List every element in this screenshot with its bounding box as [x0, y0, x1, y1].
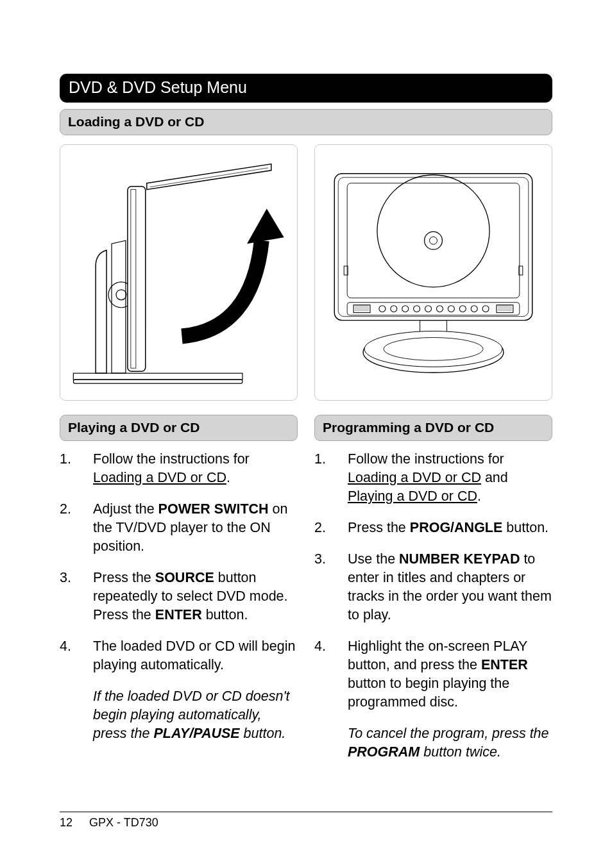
step-text: Press the SOURCE button repeatedly to se… [93, 569, 298, 624]
svg-point-3 [116, 290, 126, 300]
text-run: Follow the instructions for [93, 451, 250, 467]
programming-column: Programming a DVD or CD 1. Follow the in… [314, 415, 552, 774]
content-columns: Playing a DVD or CD 1. Follow the instru… [60, 415, 552, 774]
playing-column: Playing a DVD or CD 1. Follow the instru… [60, 415, 298, 774]
model-label: GPX - TD730 [89, 816, 158, 830]
step-text: Use the NUMBER KEYPAD to enter in titles… [348, 550, 552, 624]
tv-front-disc-icon [315, 145, 552, 400]
step-number: 3. [314, 550, 348, 624]
bold-term: SOURCE [155, 570, 214, 585]
svg-line-6 [150, 168, 268, 187]
text-run: button to begin playing the programmed d… [348, 676, 509, 710]
svg-point-24 [436, 306, 443, 312]
programming-heading: Programming a DVD or CD [314, 415, 552, 441]
text-run: To cancel the program, press the [348, 726, 549, 741]
bold-term: POWER SWITCH [158, 501, 269, 517]
tv-side-open-icon [60, 145, 297, 400]
text-block: Highlight the on-screen PLAY button, and… [348, 637, 552, 712]
svg-point-23 [425, 306, 432, 312]
step-text: Follow the instructions for Loading a DV… [348, 450, 552, 506]
svg-rect-16 [347, 303, 520, 315]
text-run: Press the [93, 570, 155, 585]
text-run: button twice. [420, 744, 501, 760]
text-run: button. [502, 520, 548, 535]
list-item: 1. Follow the instructions for Loading a… [60, 450, 298, 487]
svg-point-13 [430, 237, 438, 244]
svg-rect-8 [334, 174, 532, 321]
text-run: Adjust the [93, 501, 158, 517]
illustration-front-view [314, 144, 552, 401]
illustration-row [60, 144, 552, 401]
text-run: The loaded DVD or CD will begin playing … [93, 637, 298, 674]
svg-point-12 [425, 231, 443, 249]
svg-point-26 [459, 306, 466, 312]
link-loading: Loading a DVD or CD [348, 470, 481, 485]
step-number: 2. [60, 500, 93, 556]
bold-term: ENTER [155, 607, 202, 622]
bold-term: ENTER [481, 657, 528, 672]
svg-rect-18 [497, 305, 513, 313]
link-loading: Loading a DVD or CD [93, 470, 226, 485]
text-run: Use the [348, 551, 399, 567]
bold-term: NUMBER KEYPAD [399, 551, 520, 567]
list-item: 2. Press the PROG/ANGLE button. [314, 519, 552, 537]
step-text: The loaded DVD or CD will begin playing … [93, 637, 298, 743]
text-run: button. [202, 607, 248, 622]
bold-term: PROGRAM [348, 744, 420, 760]
loading-heading: Loading a DVD or CD [60, 109, 552, 135]
svg-marker-7 [247, 209, 284, 244]
text-run: Follow the instructions for [348, 451, 504, 467]
step-text: Press the PROG/ANGLE button. [348, 519, 552, 537]
step-number: 4. [314, 637, 348, 762]
svg-point-19 [379, 306, 386, 312]
playing-note: If the loaded DVD or CD doesn't begin pl… [93, 689, 289, 741]
svg-rect-4 [128, 187, 146, 372]
list-item: 1. Follow the instructions for Loading a… [314, 450, 552, 506]
svg-point-27 [471, 306, 477, 312]
list-item: 3. Use the NUMBER KEYPAD to enter in tit… [314, 550, 552, 624]
playing-heading: Playing a DVD or CD [60, 415, 298, 441]
page: DVD & DVD Setup Menu Loading a DVD or CD [0, 0, 612, 868]
bold-term: PLAY/PAUSE [153, 726, 239, 741]
programming-steps: 1. Follow the instructions for Loading a… [314, 450, 552, 762]
playing-steps: 1. Follow the instructions for Loading a… [60, 450, 298, 743]
section-title: DVD & DVD Setup Menu [60, 74, 552, 103]
step-number: 3. [60, 569, 93, 624]
list-item: 4. Highlight the on-screen PLAY button, … [314, 637, 552, 762]
step-number: 1. [60, 450, 93, 487]
programming-note: To cancel the program, press the PROGRAM… [348, 726, 549, 760]
text-run: . [226, 470, 230, 485]
text-run: . [477, 488, 481, 504]
svg-rect-10 [347, 183, 520, 298]
text-run: button. [240, 726, 286, 741]
step-text: Adjust the POWER SWITCH on the TV/DVD pl… [93, 500, 298, 556]
step-text: Highlight the on-screen PLAY button, and… [348, 637, 552, 762]
text-run: and [481, 470, 508, 485]
svg-rect-1 [73, 373, 242, 380]
step-number: 2. [314, 519, 348, 537]
svg-point-28 [482, 306, 489, 312]
list-item: 3. Press the SOURCE button repeatedly to… [60, 569, 298, 624]
svg-point-25 [448, 306, 454, 312]
page-footer: 12 GPX - TD730 [60, 812, 552, 830]
list-item: 4. The loaded DVD or CD will begin playi… [60, 637, 298, 743]
page-number: 12 [60, 816, 72, 830]
illustration-side-view [60, 144, 298, 401]
svg-rect-9 [338, 178, 529, 317]
svg-point-20 [391, 306, 397, 312]
svg-point-22 [414, 306, 420, 312]
svg-point-21 [402, 306, 409, 312]
svg-point-11 [377, 175, 489, 287]
list-item: 2. Adjust the POWER SWITCH on the TV/DVD… [60, 500, 298, 556]
svg-rect-0 [73, 380, 242, 383]
step-number: 4. [60, 637, 93, 743]
text-run: Press the [348, 520, 410, 535]
link-playing: Playing a DVD or CD [348, 488, 477, 504]
svg-point-41 [364, 331, 502, 367]
bold-term: PROG/ANGLE [410, 520, 503, 535]
svg-rect-17 [353, 305, 370, 313]
step-text: Follow the instructions for Loading a DV… [93, 450, 298, 487]
step-number: 1. [314, 450, 348, 506]
